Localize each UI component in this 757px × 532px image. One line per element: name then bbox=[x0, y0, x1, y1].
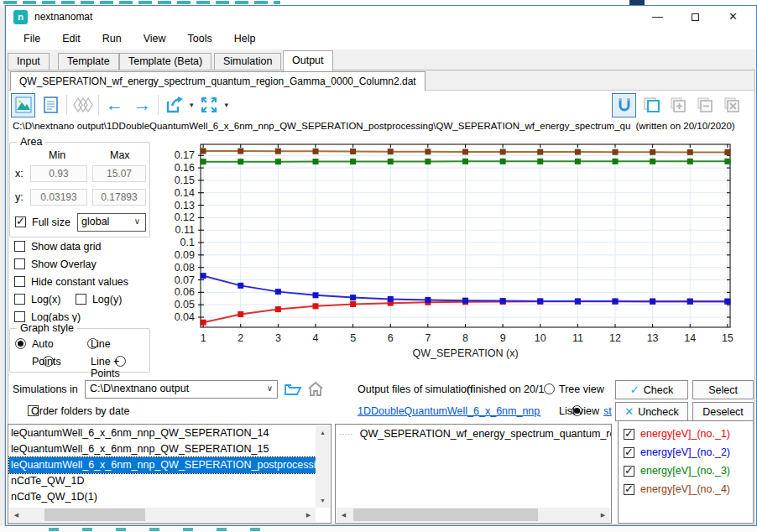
legend-row[interactable]: energy[eV]_(no._2) bbox=[619, 443, 753, 462]
new-tab-button[interactable] bbox=[639, 93, 663, 117]
tab-output[interactable]: Output bbox=[283, 50, 333, 71]
deselect-button-label: Deselect bbox=[702, 406, 744, 418]
tab-template-beta[interactable]: Template (Beta) bbox=[119, 53, 211, 70]
log-abs-checkbox[interactable] bbox=[14, 311, 25, 322]
series-1-checkbox[interactable] bbox=[624, 429, 634, 440]
full-size-label: Full size bbox=[32, 216, 70, 228]
file-tab[interactable]: QW_SEPERATION_wf_energy_spectrum_quantum… bbox=[10, 71, 425, 91]
simulation-folder-value: C:\D\nextnano output bbox=[90, 383, 189, 394]
tree-view-label: Tree view bbox=[559, 383, 604, 395]
show-data-grid-checkbox[interactable] bbox=[14, 241, 25, 252]
menu-item-help[interactable]: Help bbox=[223, 29, 267, 48]
h-scrollbar-thumb[interactable] bbox=[44, 509, 145, 521]
svg-text:0.12: 0.12 bbox=[175, 211, 195, 223]
simulation-folder-combobox[interactable]: C:\D\nextnano output ∨ bbox=[85, 380, 278, 399]
fullscreen-button[interactable] bbox=[197, 93, 222, 117]
snap-button[interactable] bbox=[612, 93, 636, 117]
simulation-link[interactable]: 1DDoubleQuantumWell_6_x_6nm_nnp_QW_SEP bbox=[358, 405, 540, 417]
menu-item-file[interactable]: File bbox=[13, 29, 51, 48]
minimize-button[interactable]: — bbox=[639, 6, 676, 29]
menu-item-view[interactable]: View bbox=[133, 29, 177, 48]
v-scrollbar[interactable]: ▲ ▼ bbox=[316, 425, 330, 508]
folder-list-item[interactable]: leQuantumWell_6_x_6nm_nnp_QW_SEPERATION_… bbox=[9, 441, 316, 457]
show-overlay-checkbox[interactable] bbox=[14, 258, 25, 269]
hide-constant-checkbox[interactable] bbox=[14, 276, 25, 287]
svg-text:14: 14 bbox=[684, 332, 696, 344]
folder-icon bbox=[284, 381, 302, 397]
log-y-checkbox[interactable] bbox=[76, 294, 86, 305]
output-file-row[interactable]: ····· QW_SEPERATION_wf_energy_spectrum_q… bbox=[336, 425, 611, 440]
deselect-button[interactable]: Deselect bbox=[692, 402, 754, 421]
menu-item-tools[interactable]: Tools bbox=[177, 29, 223, 48]
h-scrollbar[interactable]: ◀ ▶ bbox=[9, 508, 316, 522]
close-page-button[interactable] bbox=[719, 93, 744, 117]
titlebar[interactable]: n nextnanomat — ✕ bbox=[6, 6, 756, 28]
select-button[interactable]: Select bbox=[692, 380, 754, 399]
svg-text:11: 11 bbox=[572, 332, 583, 344]
svg-text:6: 6 bbox=[388, 332, 394, 344]
maximize-button[interactable] bbox=[676, 6, 714, 29]
file-path: C:\D\nextnano output\1DDoubleQuantumWell… bbox=[13, 121, 630, 134]
output-files-header: Output files of simulation bbox=[358, 383, 472, 395]
graph-style-auto-radio[interactable] bbox=[15, 338, 26, 349]
forward-arrow-icon: → bbox=[133, 96, 151, 113]
export-icon bbox=[165, 96, 184, 114]
scroll-up-arrow[interactable]: ▲ bbox=[316, 425, 330, 440]
area-title: Area bbox=[17, 136, 45, 148]
tab-simulation[interactable]: Simulation bbox=[214, 53, 281, 70]
next-file-button[interactable]: → bbox=[130, 93, 154, 117]
scroll-right-arrow[interactable]: ▶ bbox=[596, 508, 610, 522]
menu-item-run[interactable]: Run bbox=[91, 29, 133, 48]
folder-list-item[interactable]: leQuantumWell_6_x_6nm_nnp_QW_SEPERATION_… bbox=[9, 425, 316, 441]
y-max-field[interactable]: 0.17893 bbox=[92, 189, 146, 206]
scroll-down-arrow[interactable]: ▼ bbox=[316, 493, 330, 508]
legend-row[interactable]: energy[eV]_(no._3) bbox=[619, 462, 753, 480]
add-page-button[interactable] bbox=[666, 93, 690, 117]
h-scrollbar-thumb[interactable] bbox=[353, 509, 538, 521]
series-4-label: energy[eV]_(no._4) bbox=[640, 483, 730, 495]
series-2-checkbox[interactable] bbox=[624, 447, 634, 458]
clipped-link-fragment[interactable]: st bbox=[603, 405, 612, 417]
scroll-left-arrow[interactable]: ◀ bbox=[9, 508, 23, 522]
previous-file-button[interactable]: ← bbox=[102, 93, 127, 117]
series-3-checkbox[interactable] bbox=[624, 466, 634, 477]
export-button[interactable] bbox=[162, 93, 186, 117]
x-max-field[interactable]: 15.07 bbox=[92, 165, 146, 182]
uncheck-button[interactable]: ✕ Uncheck bbox=[615, 402, 688, 421]
svg-text:5: 5 bbox=[350, 332, 356, 344]
menu-item-edit[interactable]: Edit bbox=[51, 29, 91, 48]
text-view-button[interactable] bbox=[39, 93, 63, 117]
x-min-field[interactable]: 0.93 bbox=[30, 165, 87, 182]
scroll-left-arrow[interactable]: ◀ bbox=[337, 508, 351, 522]
remove-page-icon bbox=[697, 96, 713, 113]
tree-view-radio[interactable] bbox=[544, 383, 555, 394]
folder-list-item[interactable]: nCdTe_QW_1D bbox=[9, 473, 316, 489]
close-button[interactable]: ✕ bbox=[714, 6, 752, 29]
svg-text:0.06: 0.06 bbox=[175, 286, 195, 298]
full-size-checkbox[interactable] bbox=[15, 216, 26, 227]
browse-folder-button[interactable] bbox=[284, 381, 302, 399]
export-dropdown-caret[interactable]: ▾ bbox=[190, 101, 194, 109]
log-x-checkbox[interactable] bbox=[14, 294, 25, 305]
scale-select[interactable]: global ∨ bbox=[77, 213, 146, 232]
scroll-right-arrow[interactable]: ▶ bbox=[301, 508, 316, 522]
folder-list-item-selected[interactable]: leQuantumWell_6_x_6nm_nnp_QW_SEPERATION_… bbox=[9, 457, 316, 473]
fullscreen-dropdown-caret[interactable]: ▾ bbox=[225, 101, 229, 109]
svg-text:13: 13 bbox=[647, 332, 659, 344]
remove-page-button[interactable] bbox=[692, 93, 717, 117]
y-min-field[interactable]: 0.03193 bbox=[30, 189, 87, 206]
legend-row[interactable]: energy[eV]_(no._4) bbox=[619, 480, 753, 498]
legend-row[interactable]: energy[eV]_(no._1) bbox=[619, 425, 753, 443]
toolbar-right bbox=[612, 92, 744, 117]
check-button[interactable]: ✓ Check bbox=[615, 380, 688, 399]
home-folder-button[interactable] bbox=[306, 381, 325, 399]
log-x-label: Log(x) bbox=[31, 294, 60, 305]
series-4-checkbox[interactable] bbox=[624, 484, 634, 495]
tab-input[interactable]: Input bbox=[8, 53, 50, 70]
h-scrollbar[interactable]: ◀ ▶ bbox=[337, 508, 610, 522]
tab-template[interactable]: Template bbox=[58, 53, 119, 70]
folder-list-item[interactable]: nCdTe_QW_1D(1) bbox=[9, 489, 316, 505]
overlay-pages-button[interactable] bbox=[70, 93, 95, 117]
svg-text:3: 3 bbox=[275, 332, 281, 344]
graph-view-button[interactable] bbox=[11, 93, 35, 117]
